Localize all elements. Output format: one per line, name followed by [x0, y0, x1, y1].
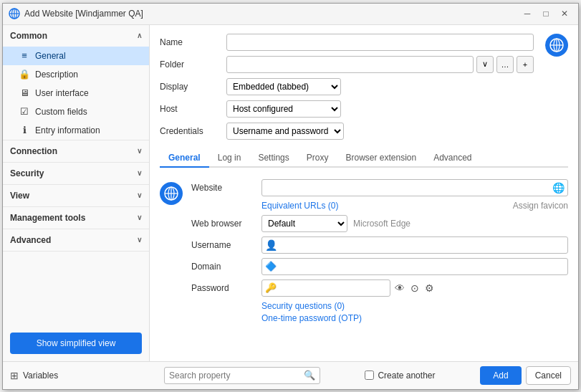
key-icon: 🔑	[265, 282, 277, 293]
show-simplified-button[interactable]: Show simplified view	[10, 333, 142, 354]
domain-row: Domain 🔷	[191, 258, 568, 275]
folder-row: Folder ∨ … +	[160, 56, 534, 73]
sidebar-item-customfields-label: Custom fields	[35, 107, 87, 117]
otp-link[interactable]: One-time password (OTP)	[261, 313, 362, 323]
bottom-actions: Add Cancel	[480, 366, 571, 385]
sidebar-item-user-interface[interactable]: 🖥 User interface	[3, 84, 149, 102]
sidebar-item-entry-information[interactable]: ℹ Entry information	[3, 121, 149, 140]
monitor-icon: 🖥	[19, 87, 30, 99]
sidebar-section-security: Security ∨	[3, 163, 149, 185]
password-generate-button[interactable]: ⚙	[423, 282, 436, 294]
folder-add-btn[interactable]: +	[517, 56, 534, 73]
security-questions-link[interactable]: Security questions (0)	[261, 301, 345, 311]
password-label: Password	[191, 283, 256, 293]
grid-icon[interactable]: ⊞	[10, 370, 19, 381]
username-input-wrap: 👤	[261, 236, 568, 254]
website-input-wrap: 🌐	[261, 179, 568, 196]
main-window: Add Website [Windjammer QA] ─ □ ✕ Common…	[2, 3, 579, 390]
create-another-wrap: Create another	[327, 371, 474, 381]
search-wrap: 🔍	[164, 367, 320, 384]
tab-fields: Website 🌐 Equivalent URLs (0) Assign fav…	[191, 179, 568, 325]
tab-browser-extension[interactable]: Browser extension	[337, 149, 425, 168]
checkbox-icon: ☑	[19, 106, 30, 118]
name-input[interactable]	[226, 34, 534, 51]
folder-label: Folder	[160, 59, 221, 70]
create-another-checkbox[interactable]	[365, 371, 374, 380]
password-input[interactable]	[279, 283, 387, 293]
variables-label: Variables	[23, 371, 58, 381]
tab-settings[interactable]: Settings	[249, 149, 297, 168]
sidebar-section-view: View ∨	[3, 185, 149, 207]
equiv-assign-row: Equivalent URLs (0) Assign favicon	[191, 201, 568, 211]
cancel-button[interactable]: Cancel	[526, 366, 571, 385]
username-input[interactable]	[280, 240, 565, 250]
folder-dropdown-btn[interactable]: ∨	[476, 56, 494, 73]
sidebar-item-general-label: General	[35, 51, 66, 61]
tab-inner: Website 🌐 Equivalent URLs (0) Assign fav…	[160, 175, 568, 330]
restore-button[interactable]: □	[538, 6, 554, 21]
window-icon	[9, 8, 20, 19]
sidebar-section-security-label: Security	[10, 168, 44, 178]
name-label: Name	[160, 37, 221, 47]
bottom-left: ⊞ Variables	[10, 370, 157, 381]
security-chevron-icon: ∨	[137, 169, 142, 177]
sidebar-section-connection-header[interactable]: Connection ∨	[3, 140, 149, 162]
sidebar-section-advanced: Advanced ∨	[3, 229, 149, 252]
display-row: Display Embedded (tabbed)	[160, 78, 534, 95]
equiv-urls-link[interactable]: Equivalent URLs (0)	[261, 201, 338, 211]
assign-favicon-link[interactable]: Assign favicon	[513, 201, 568, 211]
reveal-password-button[interactable]: 👁	[393, 282, 406, 294]
browser-hint: Microsoft Edge	[353, 219, 410, 229]
sidebar-section-management-label: Management tools	[10, 213, 85, 223]
tab-advanced[interactable]: Advanced	[425, 149, 480, 168]
web-browser-label: Web browser	[191, 219, 256, 229]
sidebar-bottom: Show simplified view	[3, 325, 149, 361]
host-select[interactable]: Host configured	[226, 100, 341, 118]
tabs-bar: General Log in Settings Proxy Browser ex…	[160, 149, 568, 168]
sidebar-section-advanced-header[interactable]: Advanced ∨	[3, 229, 149, 251]
minimize-button[interactable]: ─	[519, 6, 535, 21]
title-bar: Add Website [Windjammer QA] ─ □ ✕	[3, 4, 578, 25]
credentials-select[interactable]: Username and password	[226, 123, 344, 140]
management-chevron-icon: ∨	[137, 214, 142, 221]
password-row-wrap: 🔑 👁 ⊙ ⚙	[261, 279, 436, 297]
add-button[interactable]: Add	[480, 366, 521, 385]
domain-input-wrap: 🔷	[261, 258, 568, 275]
sidebar-section-security-header[interactable]: Security ∨	[3, 163, 149, 184]
username-icon: 👤	[265, 239, 277, 251]
sidebar-section-view-header[interactable]: View ∨	[3, 185, 149, 206]
sidebar-item-description[interactable]: 🔒 Description	[3, 65, 149, 84]
credentials-label: Credentials	[160, 126, 221, 136]
sidebar-section-common-header[interactable]: Common ∧	[3, 25, 149, 47]
sidebar-item-entryinfo-label: Entry information	[35, 125, 100, 135]
display-select[interactable]: Embedded (tabbed)	[226, 78, 341, 95]
security-questions-row: Security questions (0)	[191, 301, 568, 311]
website-row: Website 🌐	[191, 179, 568, 196]
password-input-wrap: 🔑	[261, 279, 390, 297]
folder-input[interactable]	[226, 56, 474, 73]
sidebar-item-general[interactable]: ≡ General	[3, 47, 149, 65]
sidebar-section-view-label: View	[10, 191, 29, 201]
tab-proxy[interactable]: Proxy	[298, 149, 337, 168]
display-label: Display	[160, 82, 221, 92]
right-panel: Name Folder ∨ … + Display	[150, 25, 578, 361]
password-options-button[interactable]: ⊙	[409, 282, 421, 294]
window-title: Add Website [Windjammer QA]	[24, 9, 519, 19]
website-globe-btn[interactable]: 🌐	[552, 182, 565, 193]
web-browser-row: Web browser Default Microsoft Edge	[191, 215, 568, 232]
sidebar-section-management-header[interactable]: Management tools ∨	[3, 207, 149, 229]
sidebar-section-connection: Connection ∨	[3, 140, 149, 163]
close-button[interactable]: ✕	[557, 6, 572, 21]
host-label: Host	[160, 104, 221, 114]
search-input[interactable]	[169, 371, 304, 381]
website-input[interactable]	[265, 183, 552, 193]
domain-input[interactable]	[279, 262, 565, 272]
view-chevron-icon: ∨	[137, 191, 142, 199]
tab-general[interactable]: General	[160, 149, 209, 168]
sidebar-item-custom-fields[interactable]: ☑ Custom fields	[3, 102, 149, 121]
sidebar-item-userinterface-label: User interface	[35, 88, 89, 98]
tab-login[interactable]: Log in	[209, 149, 250, 168]
web-browser-select[interactable]: Default	[261, 215, 347, 232]
sidebar-section-connection-label: Connection	[10, 146, 57, 156]
folder-more-btn[interactable]: …	[496, 56, 514, 73]
